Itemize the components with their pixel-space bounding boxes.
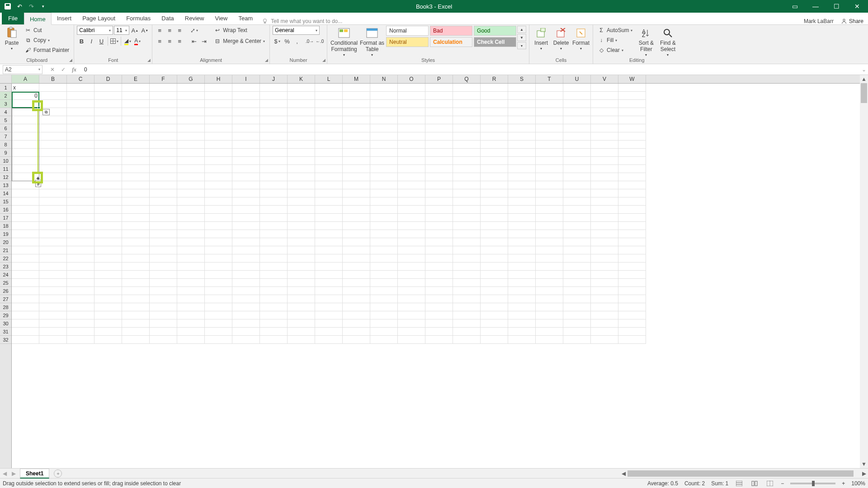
cell-V15[interactable] [591, 197, 618, 206]
cell-N23[interactable] [370, 263, 398, 271]
cell-P8[interactable] [425, 141, 453, 149]
cell-A21[interactable] [12, 246, 39, 254]
cell-A18[interactable] [12, 222, 39, 230]
format-cells-button[interactable]: Format▾ [572, 26, 590, 51]
cell-V2[interactable] [591, 92, 618, 100]
zoom-slider-thumb[interactable] [812, 481, 815, 486]
cell-O19[interactable] [398, 230, 425, 238]
cell-E30[interactable] [122, 319, 150, 328]
cell-A6[interactable] [12, 124, 39, 132]
increase-font-button[interactable]: A▲ [130, 26, 139, 35]
cell-W18[interactable] [618, 222, 646, 230]
number-launcher[interactable]: ◢ [322, 58, 326, 62]
cell-N26[interactable] [370, 287, 398, 295]
cell-B20[interactable] [39, 238, 67, 246]
font-color-button[interactable]: A [133, 37, 142, 46]
undo-button[interactable]: ↶ [15, 2, 24, 10]
cell-T20[interactable] [536, 238, 563, 246]
cell-P21[interactable] [425, 246, 453, 254]
cell-J27[interactable] [260, 295, 288, 303]
cell-J26[interactable] [260, 287, 288, 295]
cell-O1[interactable] [398, 84, 425, 92]
cell-O16[interactable] [398, 206, 425, 214]
cell-U28[interactable] [563, 303, 591, 311]
cell-D1[interactable] [94, 84, 122, 92]
row-header-28[interactable]: 28 [0, 303, 11, 311]
cell-G29[interactable] [177, 311, 205, 319]
cell-R21[interactable] [481, 246, 508, 254]
tab-view[interactable]: View [209, 12, 233, 24]
cell-H5[interactable] [205, 116, 232, 124]
col-header-L[interactable]: L [315, 75, 343, 83]
cell-L23[interactable] [315, 263, 343, 271]
align-bottom-button[interactable]: ≡ [175, 26, 184, 35]
cell-H1[interactable] [205, 84, 232, 92]
cell-J19[interactable] [260, 230, 288, 238]
align-left-button[interactable]: ≡ [155, 37, 164, 46]
cell-E11[interactable] [122, 165, 150, 173]
cell-C22[interactable] [67, 254, 94, 263]
cell-O3[interactable] [398, 100, 425, 108]
cell-G19[interactable] [177, 230, 205, 238]
cell-N2[interactable] [370, 92, 398, 100]
cell-B28[interactable] [39, 303, 67, 311]
cell-U2[interactable] [563, 92, 591, 100]
cell-C24[interactable] [67, 271, 94, 279]
zoom-in-button[interactable]: + [842, 480, 845, 487]
cell-S10[interactable] [508, 157, 536, 165]
cell-L28[interactable] [315, 303, 343, 311]
cell-O8[interactable] [398, 141, 425, 149]
qat-customize[interactable]: ▾ [39, 2, 47, 10]
cell-B14[interactable] [39, 189, 67, 197]
cell-M6[interactable] [343, 124, 370, 132]
cell-J17[interactable] [260, 214, 288, 222]
cell-J32[interactable] [260, 336, 288, 344]
cell-K16[interactable] [288, 206, 315, 214]
cell-H25[interactable] [205, 279, 232, 287]
cell-M5[interactable] [343, 116, 370, 124]
cell-H13[interactable] [205, 181, 232, 189]
italic-button[interactable]: I [87, 37, 96, 46]
cell-Q22[interactable] [453, 254, 481, 263]
cell-U8[interactable] [563, 141, 591, 149]
cell-W22[interactable] [618, 254, 646, 263]
cell-G14[interactable] [177, 189, 205, 197]
increase-decimal-button[interactable]: .0→ [305, 37, 314, 46]
cell-E22[interactable] [122, 254, 150, 263]
cell-W3[interactable] [618, 100, 646, 108]
cell-M16[interactable] [343, 206, 370, 214]
cell-K12[interactable] [288, 173, 315, 181]
cell-W2[interactable] [618, 92, 646, 100]
cell-C7[interactable] [67, 132, 94, 141]
cell-O12[interactable] [398, 173, 425, 181]
cell-W8[interactable] [618, 141, 646, 149]
insert-cells-button[interactable]: Insert▾ [532, 26, 550, 51]
name-box[interactable]: A2▾ [3, 65, 42, 74]
cell-P23[interactable] [425, 263, 453, 271]
cell-L12[interactable] [315, 173, 343, 181]
cell-H12[interactable] [205, 173, 232, 181]
cell-N19[interactable] [370, 230, 398, 238]
cell-R1[interactable] [481, 84, 508, 92]
cell-R14[interactable] [481, 189, 508, 197]
cell-M31[interactable] [343, 328, 370, 336]
cell-A25[interactable] [12, 279, 39, 287]
cell-O18[interactable] [398, 222, 425, 230]
row-header-22[interactable]: 22 [0, 254, 11, 263]
cell-J25[interactable] [260, 279, 288, 287]
cell-I28[interactable] [232, 303, 260, 311]
cell-N3[interactable] [370, 100, 398, 108]
cell-J21[interactable] [260, 246, 288, 254]
cell-F6[interactable] [150, 124, 177, 132]
cell-S26[interactable] [508, 287, 536, 295]
cell-L15[interactable] [315, 197, 343, 206]
cell-M4[interactable] [343, 108, 370, 116]
cell-M8[interactable] [343, 141, 370, 149]
cell-O27[interactable] [398, 295, 425, 303]
cell-P1[interactable] [425, 84, 453, 92]
row-header-17[interactable]: 17 [0, 214, 11, 222]
cell-J7[interactable] [260, 132, 288, 141]
cell-R31[interactable] [481, 328, 508, 336]
cell-C31[interactable] [67, 328, 94, 336]
view-page-break-button[interactable] [765, 479, 774, 488]
